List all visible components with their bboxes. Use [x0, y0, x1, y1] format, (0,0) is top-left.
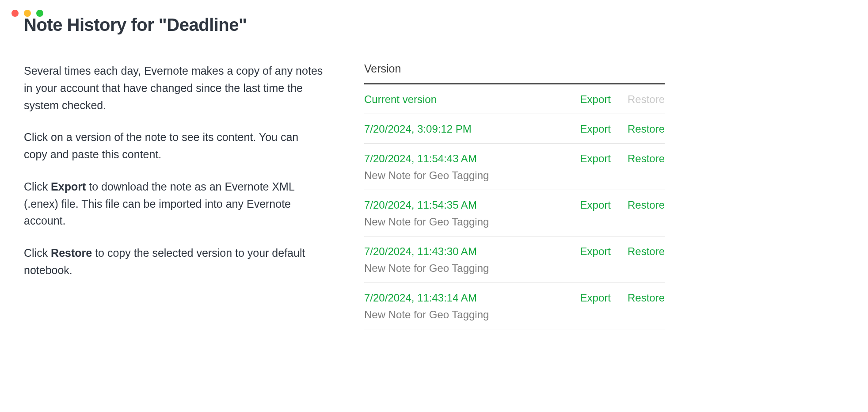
- version-label[interactable]: 7/20/2024, 11:43:14 AM: [364, 292, 580, 304]
- versions-list: Current versionExportRestore7/20/2024, 3…: [364, 84, 665, 329]
- version-info: 7/20/2024, 11:43:30 AMNew Note for Geo T…: [364, 245, 580, 275]
- version-subtitle: New Note for Geo Tagging: [364, 169, 580, 182]
- version-row: Current versionExportRestore: [364, 84, 665, 114]
- text: Click: [24, 247, 51, 259]
- export-button[interactable]: Export: [580, 245, 611, 258]
- version-subtitle: New Note for Geo Tagging: [364, 216, 580, 228]
- version-label[interactable]: Current version: [364, 93, 580, 106]
- version-info: 7/20/2024, 11:43:14 AMNew Note for Geo T…: [364, 292, 580, 321]
- version-subtitle: New Note for Geo Tagging: [364, 262, 580, 275]
- restore-button[interactable]: Restore: [628, 292, 665, 304]
- text-bold: Restore: [51, 247, 92, 259]
- version-label[interactable]: 7/20/2024, 11:54:35 AM: [364, 199, 580, 211]
- export-button[interactable]: Export: [580, 292, 611, 304]
- version-label[interactable]: 7/20/2024, 3:09:12 PM: [364, 123, 580, 135]
- export-button[interactable]: Export: [580, 123, 611, 135]
- description-panel: Several times each day, Evernote makes a…: [24, 62, 324, 329]
- version-actions: ExportRestore: [580, 199, 665, 211]
- version-info: 7/20/2024, 3:09:12 PM: [364, 123, 580, 135]
- text: Click: [24, 180, 51, 193]
- page-title: Note History for "Deadline": [24, 15, 844, 35]
- versions-table-header: Version: [364, 62, 665, 84]
- version-row: 7/20/2024, 11:43:14 AMNew Note for Geo T…: [364, 283, 665, 329]
- version-actions: ExportRestore: [580, 93, 665, 106]
- window-close-button[interactable]: [11, 10, 19, 17]
- description-paragraph: Click on a version of the note to see it…: [24, 129, 324, 163]
- description-paragraph: Click Export to download the note as an …: [24, 178, 324, 229]
- export-button[interactable]: Export: [580, 153, 611, 165]
- page-root: Note History for "Deadline" Several time…: [0, 0, 868, 329]
- version-row: 7/20/2024, 11:54:43 AMNew Note for Geo T…: [364, 144, 665, 190]
- content-area: Several times each day, Evernote makes a…: [24, 62, 844, 329]
- version-actions: ExportRestore: [580, 123, 665, 135]
- version-row: 7/20/2024, 11:43:30 AMNew Note for Geo T…: [364, 237, 665, 283]
- version-actions: ExportRestore: [580, 153, 665, 165]
- window-minimize-button[interactable]: [24, 10, 31, 17]
- version-subtitle: New Note for Geo Tagging: [364, 309, 580, 321]
- export-button[interactable]: Export: [580, 199, 611, 211]
- version-info: Current version: [364, 93, 580, 106]
- description-paragraph: Several times each day, Evernote makes a…: [24, 62, 324, 114]
- version-info: 7/20/2024, 11:54:35 AMNew Note for Geo T…: [364, 199, 580, 228]
- version-actions: ExportRestore: [580, 245, 665, 258]
- versions-panel: Version Current versionExportRestore7/20…: [364, 62, 665, 329]
- restore-button[interactable]: Restore: [628, 123, 665, 135]
- version-label[interactable]: 7/20/2024, 11:54:43 AM: [364, 153, 580, 165]
- restore-button[interactable]: Restore: [628, 245, 665, 258]
- restore-button[interactable]: Restore: [628, 153, 665, 165]
- version-row: 7/20/2024, 3:09:12 PMExportRestore: [364, 114, 665, 144]
- description-paragraph: Click Restore to copy the selected versi…: [24, 244, 324, 279]
- text-bold: Export: [51, 180, 86, 193]
- version-row: 7/20/2024, 11:54:35 AMNew Note for Geo T…: [364, 190, 665, 237]
- window-zoom-button[interactable]: [36, 10, 43, 17]
- restore-button: Restore: [628, 93, 665, 106]
- version-info: 7/20/2024, 11:54:43 AMNew Note for Geo T…: [364, 153, 580, 182]
- version-label[interactable]: 7/20/2024, 11:43:30 AM: [364, 245, 580, 258]
- export-button[interactable]: Export: [580, 93, 611, 106]
- window-traffic-lights: [11, 10, 43, 17]
- restore-button[interactable]: Restore: [628, 199, 665, 211]
- version-actions: ExportRestore: [580, 292, 665, 304]
